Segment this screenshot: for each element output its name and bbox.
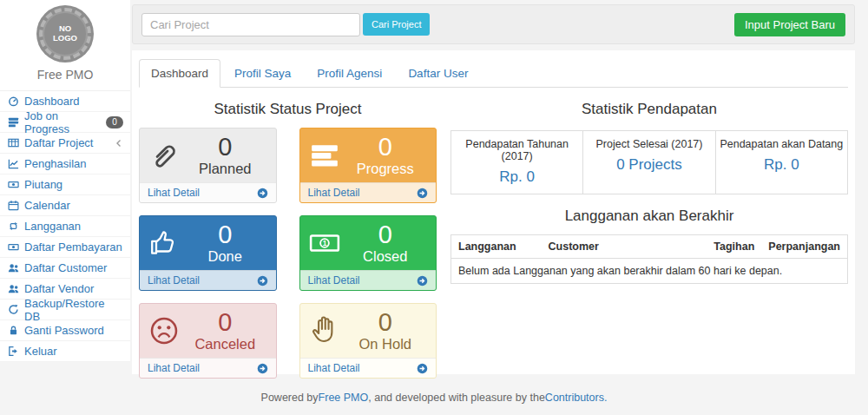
stat-value-link[interactable]: 0 Projects [587, 156, 711, 174]
topbar: Cari Project Input Project Baru [132, 4, 855, 44]
status-card-planned: 0 Planned Lihat Detail [139, 128, 277, 203]
closed-lihat-detail-link[interactable]: Lihat Detail [300, 270, 437, 290]
sidebar-item-piutang[interactable]: Piutang [0, 175, 130, 195]
planned-count: 0 [183, 134, 267, 160]
card-body: 0 On Hold [344, 309, 428, 352]
card-main: 0 Canceled [140, 304, 276, 358]
card-body: 0 Closed [344, 221, 428, 265]
subscription-table: Langganan Customer Tagihan Perpanjangan … [450, 234, 848, 284]
status-card-done: 0 Done Lihat Detail [139, 215, 277, 291]
free-pmo-dashboard-page: NO LOGO Free PMO Dashboard Job on Progre… [0, 0, 868, 415]
stat-value-link[interactable]: Rp. 0 [455, 168, 579, 186]
stat-label: Pendapatan akan Datang [720, 138, 844, 150]
tab-profil-saya[interactable]: Profil Saya [222, 59, 303, 88]
content-panel: Dashboard Profil Saya Profil Agensi Daft… [132, 50, 855, 374]
sidebar-item-daftar-customer[interactable]: Daftar Customer [0, 258, 130, 279]
sidebar-item-label: Keluar [24, 345, 57, 358]
users-icon [7, 283, 20, 295]
footer-text: Powered by [261, 392, 319, 404]
canceled-lihat-detail-link[interactable]: Lihat Detail [140, 358, 276, 378]
stat-label: Project Selesai (2017) [587, 138, 711, 150]
sidebar-item-label: Ganti Password [24, 324, 104, 337]
progress-lihat-detail-link[interactable]: Lihat Detail [300, 182, 437, 202]
money-icon [7, 241, 20, 254]
frown-icon [148, 315, 183, 346]
stat-value-link[interactable]: Rp. 0 [720, 156, 844, 174]
footer-text: , and developed with pleasure by the [368, 392, 545, 404]
lihat-detail-label: Lihat Detail [308, 362, 360, 374]
job-count-badge: 0 [106, 116, 123, 128]
sidebar-item-label: Dashboard [24, 95, 80, 108]
stat-pendapatan-akan-datang: Pendapatan akan Datang Rp. 0 [715, 131, 847, 194]
search-button[interactable]: Cari Project [363, 13, 430, 36]
done-label: Done [183, 248, 267, 265]
sidebar-item-keluar[interactable]: Keluar [0, 341, 130, 362]
gauge-icon [7, 96, 20, 108]
subscription-empty-row: Belum ada Langganan yang akan berakhir d… [451, 259, 848, 284]
retweet-icon [7, 221, 20, 233]
canceled-count: 0 [183, 309, 267, 335]
sidebar-item-label: Daftar Pembayaran [24, 240, 122, 254]
sidebar-item-label: Langganan [24, 220, 81, 233]
income-section-title: Statistik Pendapatan [450, 101, 848, 118]
sidebar-item-penghasilan[interactable]: Penghasilan [0, 154, 130, 175]
hand-icon [309, 315, 344, 346]
sidebar-item-daftar-project[interactable]: Daftar Project [0, 133, 130, 154]
tab-bar: Dashboard Profil Saya Profil Agensi Daft… [139, 59, 848, 88]
arrow-circle-right-icon [257, 188, 268, 199]
lihat-detail-label: Lihat Detail [308, 187, 360, 199]
sidebar-item-ganti-password[interactable]: Ganti Password [0, 320, 130, 341]
on-hold-label: On Hold [344, 336, 428, 352]
card-body: 0 Canceled [183, 309, 267, 352]
lihat-detail-label: Lihat Detail [308, 274, 360, 287]
tab-profil-agensi[interactable]: Profil Agensi [305, 59, 394, 88]
planned-label: Planned [183, 161, 267, 177]
sidebar-item-daftar-pembayaran[interactable]: Daftar Pembayaran [0, 237, 130, 258]
free-pmo-link[interactable]: Free PMO [319, 392, 369, 404]
empty-message: Belum ada Langganan yang akan berakhir d… [451, 259, 848, 284]
sidebar-item-calendar[interactable]: Calendar [0, 195, 130, 216]
on-hold-lihat-detail-link[interactable]: Lihat Detail [300, 358, 437, 378]
tab-dashboard[interactable]: Dashboard [139, 59, 220, 88]
status-card-on-hold: 0 On Hold Lihat Detail [299, 303, 437, 379]
sidebar-item-label: Penghasilan [24, 157, 87, 170]
card-main: 0 Planned [140, 128, 276, 182]
done-lihat-detail-link[interactable]: Lihat Detail [140, 270, 276, 290]
status-column: Statistik Status Project 0 Planned [139, 88, 437, 379]
card-body: 0 Planned [183, 134, 267, 177]
contributors-link[interactable]: Contributors. [545, 392, 608, 404]
search-input[interactable] [141, 13, 360, 36]
lihat-detail-label: Lihat Detail [148, 362, 200, 374]
money-icon: 1 [309, 227, 344, 259]
col-langganan: Langganan [451, 235, 542, 259]
lock-icon [7, 325, 20, 337]
stat-pendapatan-tahunan: Pendapatan Tahunan (2017) Rp. 0 [451, 131, 582, 194]
status-card-progress: 0 Progress Lihat Detail [299, 128, 437, 203]
on-hold-count: 0 [344, 309, 428, 335]
arrow-circle-right-icon [417, 188, 428, 199]
tasks-icon [309, 140, 344, 171]
progress-label: Progress [344, 161, 428, 177]
sidebar-item-job-on-progress[interactable]: Job on Progress 0 [0, 112, 130, 133]
paperclip-icon [148, 140, 183, 171]
input-project-baru-button[interactable]: Input Project Baru [734, 13, 845, 36]
calendar-icon [7, 200, 20, 212]
thumbs-up-icon [148, 227, 183, 259]
card-main: 0 Done [140, 216, 276, 270]
done-count: 0 [183, 221, 267, 247]
col-tagihan: Tagihan [707, 235, 761, 259]
planned-lihat-detail-link[interactable]: Lihat Detail [140, 182, 276, 202]
sidebar-item-backup-restore-db[interactable]: Backup/Restore DB [0, 300, 130, 320]
closed-label: Closed [344, 248, 428, 265]
chevron-left-icon [115, 139, 123, 148]
lihat-detail-label: Lihat Detail [148, 187, 200, 199]
sidebar-item-langganan[interactable]: Langganan [0, 216, 130, 237]
card-body: 0 Done [183, 221, 267, 265]
sign-out-icon [7, 346, 20, 358]
tab-daftar-user[interactable]: Daftar User [396, 59, 480, 88]
sidebar-item-label: Backup/Restore DB [24, 297, 123, 323]
dashboard-columns: Statistik Status Project 0 Planned [139, 88, 848, 379]
canceled-label: Canceled [183, 336, 267, 352]
money-icon [7, 179, 20, 191]
no-logo-badge: NO LOGO [39, 8, 91, 60]
